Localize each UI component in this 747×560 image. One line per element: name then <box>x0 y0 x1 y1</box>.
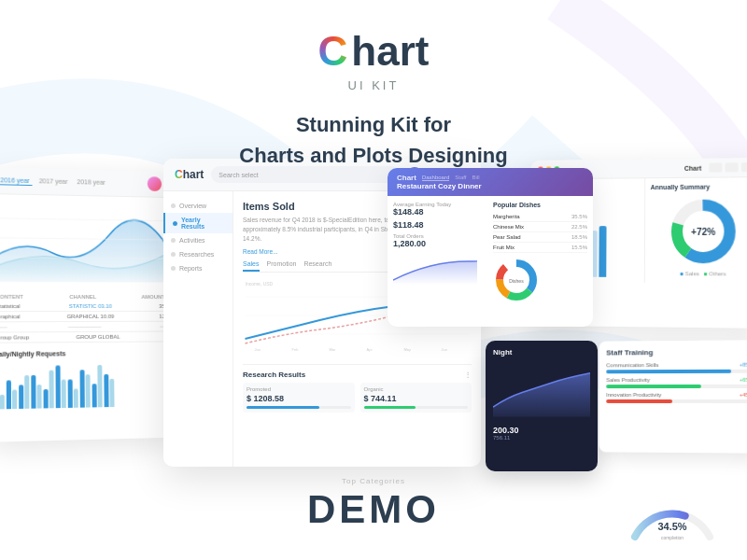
staff-title: Staff Training › <box>606 347 747 357</box>
svg-text:May: May <box>404 347 412 352</box>
stat-value-3: 1,280.00 <box>393 239 487 248</box>
left-card-header: 2016 year 2017 year 2018 year <box>0 167 169 198</box>
training-item-1: Communication Skills +85% <box>606 362 747 374</box>
stat-value-1: $148.48 <box>393 207 487 217</box>
tab-sales[interactable]: Sales <box>243 260 260 272</box>
donut-container: +72% ■ Sales ■ Others <box>650 193 747 276</box>
research-section: Research Results ⋮ Promoted $ 1208.58 Or… <box>243 364 472 413</box>
sidebar-item-yearly[interactable]: Yearly Results <box>163 213 233 233</box>
svg-text:Income, USD: Income, USD <box>246 281 274 287</box>
night-card: Night 200.30 756.11 <box>486 341 598 471</box>
stat-item-1: Average Earning Today $148.48 <box>393 202 487 217</box>
restaurant-header: Chart Dashboard Staff Bill Restaurant Co… <box>388 168 593 196</box>
dish-row: Chinese Mix 22.5% <box>493 222 587 232</box>
stat-value-2: $118.48 <box>393 220 487 230</box>
restaurant-stats: Average Earning Today $148.48 $118.48 To… <box>393 202 487 307</box>
night-stat: 200.30 <box>493 426 590 435</box>
svg-text:Dishes: Dishes <box>509 278 524 284</box>
tab-promotion[interactable]: Promotion <box>267 260 297 272</box>
training-label-3: Innovation Productivity +45% <box>606 392 747 398</box>
logo-subtitle: UI Kit <box>0 78 747 92</box>
training-item-2: Sales Productivity +65% <box>606 377 747 388</box>
svg-text:Feb: Feb <box>292 347 300 352</box>
bars-container <box>0 359 168 409</box>
tab-research[interactable]: Research <box>303 260 331 272</box>
tab-bill[interactable]: Bill <box>472 175 479 181</box>
search-placeholder: Search select <box>218 172 258 178</box>
stat-item-2: $118.48 <box>393 220 487 230</box>
demo-text: DEMO <box>307 487 440 532</box>
bar-chart-section: Daily/Nightly Requests <box>0 345 172 413</box>
restaurant-title: Restaurant Cozy Dinner <box>397 182 584 190</box>
svg-text:Jun: Jun <box>442 347 447 352</box>
sidebar-item-activities[interactable]: Activities <box>163 233 233 247</box>
research-card-1: Promoted $ 1208.58 <box>243 383 355 413</box>
center-sidebar: Overview Yearly Results Activities Resea… <box>163 191 233 467</box>
logo-c-letter: C <box>318 28 348 75</box>
table-header: Content Channel Amount <box>0 292 165 301</box>
header: C hart UI Kit Stunning Kit for Charts an… <box>0 0 747 171</box>
sidebar-item-researches[interactable]: Researches <box>163 247 233 261</box>
tagline-line1: Stunning Kit for <box>296 113 451 136</box>
night-title: Night <box>493 348 590 357</box>
year-tab-2016[interactable]: 2016 year <box>0 175 33 186</box>
svg-text:Mar: Mar <box>330 347 337 352</box>
svg-text:Apr: Apr <box>367 347 374 352</box>
donut-legend: ■ Sales ■ Others <box>680 271 726 276</box>
sidebar-item-overview[interactable]: Overview <box>163 199 233 213</box>
dish-row: Pear Salad 18.5% <box>493 232 587 243</box>
svg-text:Jan: Jan <box>255 347 261 352</box>
year-tab-2017[interactable]: 2017 year <box>36 176 71 187</box>
annual-section: Annually Summary +72% ■ Sales ■ Others <box>644 177 747 284</box>
logo-text: hart <box>351 28 429 75</box>
training-item-3: Innovation Productivity +45% <box>606 392 747 403</box>
demo-section: Top Categories DEMO <box>307 477 440 532</box>
left-dashboard-card: 2016 year 2017 year 2018 year <box>0 167 172 442</box>
sidebar-item-reports[interactable]: Reports <box>163 261 233 275</box>
popular-dishes: Popular Dishes Margherita 35.5% Chinese … <box>493 202 587 307</box>
research-rows: Promoted $ 1208.58 Organic $ 744.11 <box>243 383 472 413</box>
avatar-left <box>148 176 162 191</box>
tagline-line2: Charts and Plots Designing <box>239 144 507 167</box>
restaurant-body: Average Earning Today $148.48 $118.48 To… <box>388 196 593 313</box>
tab-dashboard[interactable]: Dashboard <box>422 175 449 181</box>
svg-text:+72%: +72% <box>691 227 715 237</box>
mini-table: Content Channel Amount StatisticalSTATIS… <box>0 288 171 347</box>
restaurant-logo: Chart <box>397 174 416 182</box>
tagline: Stunning Kit for Charts and Plots Design… <box>0 109 747 171</box>
popular-title: Popular Dishes <box>493 202 587 208</box>
top-categories-label: Top Categories <box>307 477 440 485</box>
svg-line-0 <box>0 218 165 221</box>
night-stat-label: 756.11 <box>493 435 590 441</box>
annual-title: Annually Summary <box>651 183 747 190</box>
table-row: Group GroupGROUP GLOBAL <box>0 332 165 343</box>
dish-row: Margherita 35.5% <box>493 212 587 222</box>
table-row: StatisticalSTATISTIC 03.1035 <box>0 301 165 312</box>
dish-row: Fruit Mix 15.5% <box>493 243 587 253</box>
logo-container: C hart <box>0 28 747 75</box>
gauge-container: 34.5% completion <box>626 467 719 541</box>
table-row: GraphicalGRAPHICAL 10.0912 <box>0 312 165 322</box>
research-title: Research Results ⋮ <box>243 371 472 379</box>
training-label-2: Sales Productivity +65% <box>606 377 747 383</box>
svg-text:completion: completion <box>661 535 684 540</box>
staff-training-card: Staff Training › Communication Skills +8… <box>599 340 747 453</box>
training-label-1: Communication Skills +85% <box>606 362 747 369</box>
tab-staff-r[interactable]: Staff <box>455 175 466 181</box>
mockup-area: 2016 year 2017 year 2018 year <box>0 159 747 560</box>
wave-chart-area <box>0 194 170 288</box>
restaurant-card: Chart Dashboard Staff Bill Restaurant Co… <box>388 168 593 327</box>
stat-item-3: Total Orders 1,280.00 <box>393 233 487 248</box>
bar-section-title: Daily/Nightly Requests <box>0 349 167 357</box>
svg-text:34.5%: 34.5% <box>657 521 686 532</box>
research-card-2: Organic $ 744.11 <box>360 383 472 413</box>
year-tabs: 2016 year 2017 year 2018 year <box>0 175 108 188</box>
year-tab-2018[interactable]: 2018 year <box>74 177 107 188</box>
